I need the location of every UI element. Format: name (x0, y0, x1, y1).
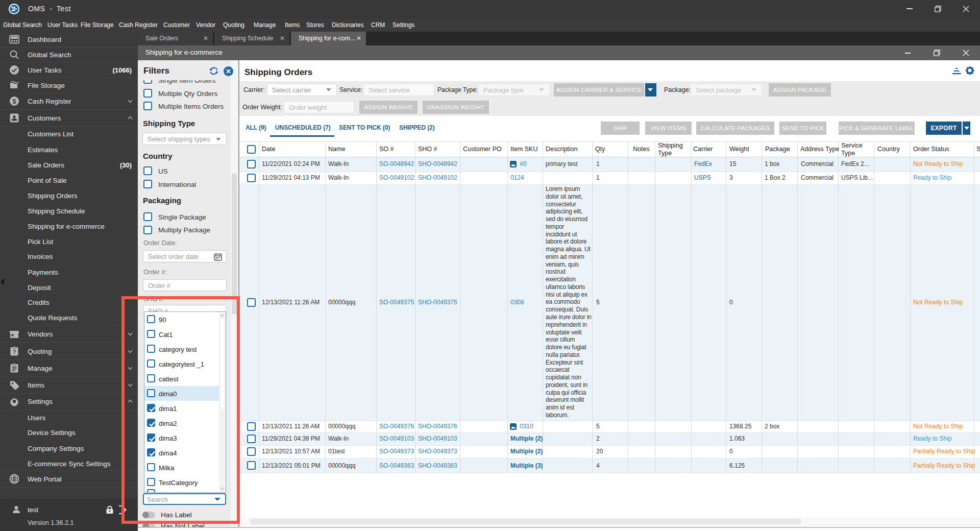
svg-text:?: ? (13, 349, 16, 355)
svg-text:$: $ (12, 98, 16, 105)
